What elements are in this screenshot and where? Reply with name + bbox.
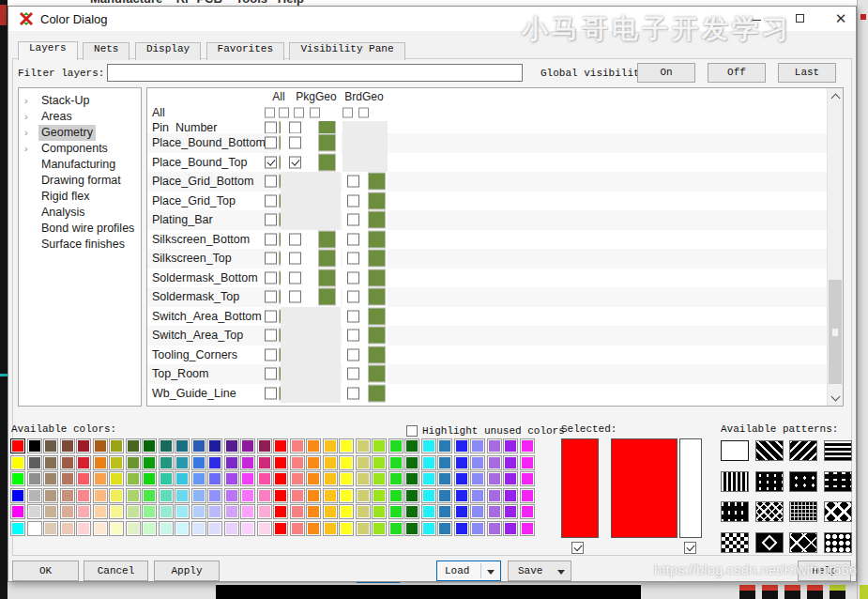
palette-color-swatch[interactable] xyxy=(470,438,485,453)
palette-color-swatch[interactable] xyxy=(487,471,502,486)
all-visibility-checkbox[interactable] xyxy=(265,121,277,133)
palette-color-swatch[interactable] xyxy=(76,438,91,453)
apply-button[interactable]: Apply xyxy=(154,561,220,581)
palette-color-swatch[interactable] xyxy=(175,455,190,470)
palette-color-swatch[interactable] xyxy=(93,488,108,503)
pattern-swatch-diamond[interactable] xyxy=(755,532,784,553)
palette-color-swatch[interactable] xyxy=(290,488,305,503)
palette-color-swatch[interactable] xyxy=(323,455,338,470)
load-dropdown-icon[interactable] xyxy=(487,570,495,578)
pattern-swatch-hatch-fwd[interactable] xyxy=(789,440,817,461)
all-visibility-checkbox[interactable] xyxy=(265,368,277,380)
palette-color-swatch[interactable] xyxy=(159,471,174,486)
palette-color-swatch[interactable] xyxy=(126,438,141,453)
palette-color-swatch[interactable] xyxy=(142,455,157,470)
palette-color-swatch[interactable] xyxy=(43,455,58,470)
palette-color-swatch[interactable] xyxy=(191,504,206,519)
palette-color-swatch[interactable] xyxy=(240,504,255,519)
palette-color-swatch[interactable] xyxy=(454,471,469,486)
palette-color-swatch[interactable] xyxy=(404,455,419,470)
all-visibility-checkbox[interactable] xyxy=(265,330,277,342)
ok-button[interactable]: OK xyxy=(12,561,79,581)
brd-visibility-checkbox[interactable] xyxy=(347,271,359,284)
tab-favorites[interactable]: Favorites xyxy=(206,42,284,60)
palette-color-swatch[interactable] xyxy=(76,455,91,470)
palette-color-swatch[interactable] xyxy=(437,488,452,503)
tree-item-surface-finishes[interactable]: Surface finishes xyxy=(19,237,141,253)
pattern-swatch-h-stripes[interactable] xyxy=(824,440,852,461)
palette-color-swatch[interactable] xyxy=(126,488,141,503)
palette-color-swatch[interactable] xyxy=(142,488,157,503)
palette-color-swatch[interactable] xyxy=(76,471,91,486)
tree-item-components[interactable]: ›Components xyxy=(19,141,141,157)
palette-color-swatch[interactable] xyxy=(175,488,190,503)
layer-color-swatch[interactable] xyxy=(369,366,385,382)
palette-color-swatch[interactable] xyxy=(10,521,25,536)
palette-color-swatch[interactable] xyxy=(306,504,321,519)
palette-color-swatch[interactable] xyxy=(27,471,42,486)
palette-color-swatch[interactable] xyxy=(60,471,75,486)
palette-color-swatch[interactable] xyxy=(10,488,25,503)
all-visibility-checkbox[interactable] xyxy=(265,176,277,188)
palette-color-swatch[interactable] xyxy=(109,521,124,536)
layer-color-swatch[interactable] xyxy=(369,251,385,267)
palette-color-swatch[interactable] xyxy=(404,471,419,486)
palette-color-swatch[interactable] xyxy=(93,471,108,486)
palette-color-swatch[interactable] xyxy=(207,471,222,486)
pattern-swatch-solid[interactable] xyxy=(721,440,749,461)
palette-color-swatch[interactable] xyxy=(257,438,272,453)
layer-color-swatch[interactable] xyxy=(369,289,385,305)
palette-color-swatch[interactable] xyxy=(290,471,305,486)
palette-color-swatch[interactable] xyxy=(339,455,354,470)
palette-color-swatch[interactable] xyxy=(421,438,436,453)
palette-color-swatch[interactable] xyxy=(503,455,518,470)
palette-color-swatch[interactable] xyxy=(257,471,272,486)
palette-color-swatch[interactable] xyxy=(388,438,404,453)
all-visibility-checkbox[interactable] xyxy=(265,271,277,284)
palette-color-swatch[interactable] xyxy=(503,471,518,486)
palette-color-swatch[interactable] xyxy=(470,455,485,470)
palette-color-swatch[interactable] xyxy=(109,488,124,503)
all-row-checkbox[interactable] xyxy=(279,108,289,118)
palette-color-swatch[interactable] xyxy=(421,471,436,486)
palette-color-swatch[interactable] xyxy=(470,504,485,519)
palette-color-swatch[interactable] xyxy=(175,521,190,536)
palette-color-swatch[interactable] xyxy=(503,521,518,536)
palette-color-swatch[interactable] xyxy=(404,488,419,503)
all-row-checkbox[interactable] xyxy=(343,108,353,118)
palette-color-swatch[interactable] xyxy=(273,438,288,453)
palette-color-swatch[interactable] xyxy=(109,438,124,453)
all-visibility-checkbox[interactable] xyxy=(265,348,277,361)
palette-color-swatch[interactable] xyxy=(43,521,58,536)
palette-color-swatch[interactable] xyxy=(10,438,25,453)
palette-color-swatch[interactable] xyxy=(372,521,387,536)
palette-color-swatch[interactable] xyxy=(224,504,239,519)
layer-color-swatch[interactable] xyxy=(319,289,335,305)
palette-color-swatch[interactable] xyxy=(273,455,288,470)
minimize-button[interactable] xyxy=(739,7,773,31)
pattern-swatch-diamond-x[interactable] xyxy=(789,532,817,553)
layer-color-swatch[interactable] xyxy=(369,328,385,344)
palette-color-swatch[interactable] xyxy=(273,504,288,519)
chevron-right-icon[interactable]: › xyxy=(24,125,28,141)
help-button[interactable]: Help xyxy=(798,561,851,581)
selected-color-swatch[interactable] xyxy=(561,438,599,538)
palette-color-swatch[interactable] xyxy=(142,471,157,486)
palette-color-swatch[interactable] xyxy=(93,504,108,519)
palette-color-swatch[interactable] xyxy=(356,438,371,453)
pkg-visibility-checkbox[interactable] xyxy=(289,137,301,149)
tree-item-geometry[interactable]: ›Geometry xyxy=(19,125,141,141)
palette-color-swatch[interactable] xyxy=(503,488,518,503)
palette-color-swatch[interactable] xyxy=(224,455,239,470)
palette-color-swatch[interactable] xyxy=(388,471,404,486)
palette-color-swatch[interactable] xyxy=(273,471,288,486)
palette-color-swatch[interactable] xyxy=(159,521,174,536)
palette-color-swatch[interactable] xyxy=(175,438,190,453)
palette-color-swatch[interactable] xyxy=(306,488,321,503)
palette-color-swatch[interactable] xyxy=(421,488,436,503)
palette-color-swatch[interactable] xyxy=(224,471,239,486)
brd-visibility-checkbox[interactable] xyxy=(347,368,359,380)
palette-color-swatch[interactable] xyxy=(437,455,452,470)
palette-color-swatch[interactable] xyxy=(437,471,452,486)
layer-color-swatch[interactable] xyxy=(319,269,335,285)
